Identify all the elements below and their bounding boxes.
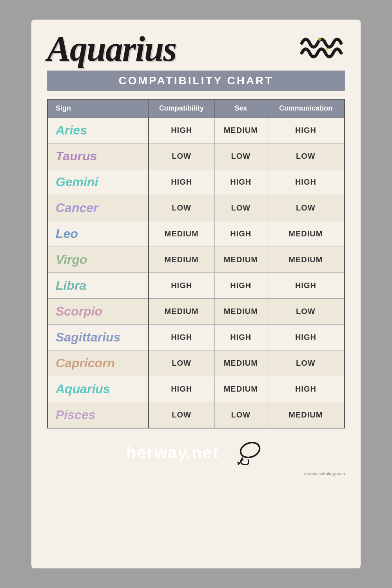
decorative-swirl bbox=[227, 436, 266, 469]
col-sign: Sign bbox=[47, 99, 149, 118]
compatibility-cell: HIGH bbox=[149, 169, 215, 195]
sex-cell: MEDIUM bbox=[214, 247, 267, 273]
sex-cell: LOW bbox=[214, 143, 267, 169]
sex-cell: HIGH bbox=[214, 169, 267, 195]
communication-cell: HIGH bbox=[267, 273, 345, 299]
compatibility-cell: LOW bbox=[149, 143, 215, 169]
sex-cell: HIGH bbox=[214, 221, 267, 247]
table-row: ScorpioMEDIUMMEDIUMLOW bbox=[47, 299, 345, 325]
compatibility-cell: HIGH bbox=[149, 325, 215, 350]
sex-cell: LOW bbox=[214, 195, 267, 221]
sign-cell: Scorpio bbox=[47, 299, 149, 325]
communication-cell: MEDIUM bbox=[267, 247, 345, 273]
col-sex: Sex bbox=[214, 99, 267, 118]
compatibility-cell: LOW bbox=[149, 195, 215, 221]
communication-cell: HIGH bbox=[267, 376, 345, 402]
table-row: TaurusLOWLOWLOW bbox=[47, 143, 345, 169]
sign-cell: Libra bbox=[47, 273, 149, 299]
sex-cell: HIGH bbox=[214, 273, 267, 299]
communication-cell: MEDIUM bbox=[267, 402, 345, 428]
title: Aquarius bbox=[47, 31, 176, 67]
sex-cell: MEDIUM bbox=[214, 118, 267, 143]
footer: herway.net bbox=[126, 436, 266, 469]
table-row: SagittariusHIGHHIGHHIGH bbox=[47, 325, 345, 350]
compatibility-cell: LOW bbox=[149, 402, 215, 428]
compatibility-cell: MEDIUM bbox=[149, 221, 215, 247]
header: Aquarius bbox=[47, 31, 345, 67]
col-communication: Communication bbox=[267, 99, 345, 118]
swirl-icon bbox=[227, 436, 266, 468]
communication-cell: MEDIUM bbox=[267, 221, 345, 247]
sign-cell: Aries bbox=[47, 118, 149, 143]
subtitle-bar: COMPATIBILITY CHART bbox=[47, 71, 345, 91]
svg-point-0 bbox=[318, 38, 321, 41]
sign-cell: Virgo bbox=[47, 247, 149, 273]
communication-cell: HIGH bbox=[267, 169, 345, 195]
compatibility-cell: HIGH bbox=[149, 118, 215, 143]
svg-point-1 bbox=[326, 48, 328, 50]
compatibility-cell: HIGH bbox=[149, 273, 215, 299]
communication-cell: LOW bbox=[267, 143, 345, 169]
communication-cell: LOW bbox=[267, 195, 345, 221]
table-row: LibraHIGHHIGHHIGH bbox=[47, 273, 345, 299]
table-header-row: Sign Compatibility Sex Communication bbox=[47, 99, 345, 118]
sign-cell: Leo bbox=[47, 221, 149, 247]
table-row: AquariusHIGHMEDIUMHIGH bbox=[47, 376, 345, 402]
watermark: dreamsastrology.com bbox=[47, 471, 345, 476]
table-row: CapricornLOWMEDIUMLOW bbox=[47, 350, 345, 376]
sign-cell: Sagittarius bbox=[47, 325, 149, 350]
sign-cell: Aquarius bbox=[47, 376, 149, 402]
aquarius-symbol-icon bbox=[298, 31, 345, 67]
table-row: AriesHIGHMEDIUMHIGH bbox=[47, 118, 345, 143]
col-compatibility: Compatibility bbox=[149, 99, 215, 118]
svg-point-2 bbox=[238, 440, 261, 460]
table-row: PiscesLOWLOWMEDIUM bbox=[47, 402, 345, 428]
sign-cell: Capricorn bbox=[47, 350, 149, 376]
table-row: CancerLOWLOWLOW bbox=[47, 195, 345, 221]
communication-cell: LOW bbox=[267, 299, 345, 325]
table-row: LeoMEDIUMHIGHMEDIUM bbox=[47, 221, 345, 247]
communication-cell: HIGH bbox=[267, 118, 345, 143]
sign-cell: Cancer bbox=[47, 195, 149, 221]
sex-cell: MEDIUM bbox=[214, 350, 267, 376]
compatibility-cell: HIGH bbox=[149, 376, 215, 402]
sign-cell: Pisces bbox=[47, 402, 149, 428]
compatibility-cell: MEDIUM bbox=[149, 299, 215, 325]
site-name: herway.net bbox=[126, 443, 219, 462]
sex-cell: MEDIUM bbox=[214, 299, 267, 325]
communication-cell: HIGH bbox=[267, 325, 345, 350]
sex-cell: MEDIUM bbox=[214, 376, 267, 402]
sex-cell: HIGH bbox=[214, 325, 267, 350]
compatibility-table: Sign Compatibility Sex Communication Ari… bbox=[47, 99, 345, 428]
main-card: Aquarius COMPATIBILITY CHART Sign Compat… bbox=[31, 20, 361, 568]
sign-cell: Taurus bbox=[47, 143, 149, 169]
table-row: GeminiHIGHHIGHHIGH bbox=[47, 169, 345, 195]
table-row: VirgoMEDIUMMEDIUMMEDIUM bbox=[47, 247, 345, 273]
compatibility-cell: LOW bbox=[149, 350, 215, 376]
sex-cell: LOW bbox=[214, 402, 267, 428]
sign-cell: Gemini bbox=[47, 169, 149, 195]
compatibility-cell: MEDIUM bbox=[149, 247, 215, 273]
communication-cell: LOW bbox=[267, 350, 345, 376]
